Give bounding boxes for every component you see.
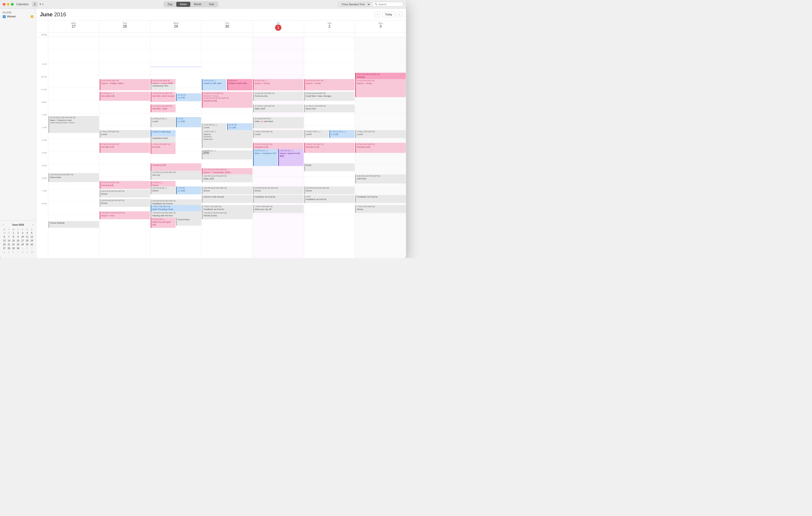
mini-cal-day[interactable]: 17 bbox=[21, 239, 25, 242]
event-housekeeping-mon[interactable]: House keeping bbox=[49, 221, 99, 228]
event-dinner-wed[interactable]: 5:30 PM (5:30...) Dinner bbox=[151, 186, 175, 194]
event-video-brett[interactable]: 12 PM (8 PM PDT) Video 🌸 with Brett bbox=[253, 117, 303, 128]
event-show-guts[interactable]: 8 PM (8 PM...) Show me your guts [All] bbox=[151, 218, 175, 228]
event-feedback-sat[interactable]: 6 PM Feedback via Post-its bbox=[304, 195, 355, 203]
mini-cal-day[interactable]: 10 bbox=[30, 250, 34, 254]
mini-cal-day[interactable]: 6 bbox=[2, 235, 6, 239]
upload-area[interactable]: ⬆ 4 bbox=[39, 3, 44, 6]
add-calendar-button[interactable]: + bbox=[32, 2, 37, 7]
event-lunch-wed[interactable]: 12 PM (12 PM...) Lunch bbox=[151, 117, 175, 127]
event-dinner-fri[interactable]: 5:30 PM (5:30 PM GMT+8) Dinner bbox=[253, 186, 303, 194]
mini-cal-day[interactable]: 30 bbox=[2, 231, 6, 235]
mini-cal-day[interactable]: 7 bbox=[7, 235, 11, 239]
event-1on1-sat[interactable]: 1 PM (1 PM G...) 1:1 [All] bbox=[329, 130, 354, 138]
event-improv-group-fri[interactable]: 9 AM (9 AM...) Improv + Group bbox=[253, 79, 303, 90]
today-button[interactable]: Today bbox=[382, 12, 395, 17]
mini-cal-day[interactable]: 30 bbox=[16, 247, 20, 250]
mini-cal-day[interactable]: 18 bbox=[25, 239, 29, 242]
event-dinner-thu-530[interactable]: 5:30 PM (5:30 PM GMT+8) Dinner bbox=[202, 186, 252, 194]
event-1on1-all-1015[interactable]: 10:15 AM 1:1 [All] bbox=[176, 93, 201, 101]
event-small-bets[interactable]: 10 AM (10 AM GMT+8) Small Bets / team ch… bbox=[304, 92, 355, 101]
mini-cal-day[interactable]: 1 bbox=[21, 247, 25, 250]
mini-cal-day[interactable]: 3 bbox=[30, 247, 34, 250]
event-meet-transit[interactable]: 12:30 PM (12:30 PM GMT+8) Meet + Transit… bbox=[49, 116, 99, 133]
event-lunch-sun[interactable]: 1 PM (1 PM GMT+8) Lunch bbox=[355, 130, 406, 138]
event-scheduling-time[interactable]: Scheduling Time bbox=[151, 84, 175, 90]
event-dinner-tue-545[interactable]: 5:45 PM (5:45 PM GMT+8) Dinner bbox=[100, 190, 150, 198]
mini-cal-day[interactable]: 7 bbox=[16, 250, 20, 254]
event-letgo[interactable]: 2:30 PM (2:3...) Let Go bbox=[202, 149, 253, 158]
mini-cal-day[interactable]: 14 bbox=[7, 239, 11, 242]
mini-cal-day[interactable]: 2 bbox=[16, 231, 20, 235]
event-dinner-tue-630[interactable]: 6:30 PM (6:30 PM GMT+8) Dinner bbox=[100, 199, 150, 207]
event-pecha-kucha-fri[interactable]: 10 AM (10 AM GMT+8) Pecha Kucha bbox=[253, 92, 303, 101]
search-input[interactable] bbox=[379, 3, 401, 6]
event-mini-blitz-word[interactable]: 10 AM (10 AM GMT+8) Mini blitz: Word Sma… bbox=[151, 92, 175, 102]
event-housekeep-wed[interactable]: House keep... bbox=[176, 218, 201, 225]
event-improv-group-sun[interactable]: 9 AM (9 AM GMT+8) Improv + Group bbox=[355, 79, 406, 97]
mini-cal-day[interactable]: 5 bbox=[7, 250, 11, 254]
mini-cal-day[interactable]: 23 bbox=[16, 243, 20, 246]
event-make-stuff-fri[interactable]: 11 AM (11 AM GMT+8) Make Stuff bbox=[253, 104, 303, 112]
event-checkin-john-pink[interactable]: 9 AM (9 A... Check in with John bbox=[227, 79, 252, 90]
mini-cal-day[interactable]: 12 bbox=[30, 235, 34, 239]
event-storytime-sat[interactable]: 2 PM (2 PM GMT+8) Storytime [All] bbox=[304, 143, 355, 153]
event-mini-blitz-video[interactable]: 11 AM (11 AM GMT+8) Mini blitz: Video bbox=[151, 104, 175, 112]
event-inspiration-deck[interactable]: Inspiration Deck bbox=[151, 136, 175, 143]
event-river-announce[interactable]: 2:45 PM (2:4...) River + Announce 7/4+ bbox=[253, 149, 278, 166]
mini-cal-day[interactable]: 6 bbox=[11, 250, 16, 254]
event-lunch-fri[interactable]: 1 PM (1 PM GMT+8) Lunch bbox=[253, 130, 303, 138]
event-mini-blitz-all[interactable]: 2 PM (2 PM GMT+8) Mini Blitz [All] bbox=[100, 143, 150, 153]
event-improv-hidden[interactable]: 9 AM (9 AM GMT+8) Improv + Hidden Talent bbox=[100, 79, 150, 90]
mini-cal-day[interactable]: 31 bbox=[7, 231, 11, 235]
event-checkin-nomad[interactable]: Check in with Nomad bbox=[202, 195, 252, 203]
event-improv-group-sat[interactable]: 9 AM (9 AM GMT+8) Improv + Group bbox=[304, 79, 355, 90]
event-intro-blitz[interactable]: 10 AM (10 A...) Intro Blitz [All] bbox=[100, 92, 150, 101]
event-petcha-kucha-thu[interactable]: 7:30 PM (7:30 PM GMT+8) Petcha Kucha bbox=[202, 211, 252, 219]
mini-cal-day[interactable]: 27 bbox=[2, 247, 6, 250]
mini-cal-day[interactable]: 8 bbox=[21, 250, 25, 254]
year-view-button[interactable]: Year bbox=[205, 2, 218, 7]
minimize-button[interactable] bbox=[7, 3, 9, 6]
mini-cal-day[interactable]: 21 bbox=[7, 243, 11, 246]
event-1on1-530-wed[interactable]: 5:30 PM 1:1 [All] bbox=[176, 186, 201, 194]
event-checkin-john[interactable]: 9 AM (9 AM...) Check in with John bbox=[202, 79, 227, 90]
month-view-button[interactable]: Month bbox=[190, 2, 205, 7]
mini-prev-button[interactable]: ‹ bbox=[3, 223, 4, 226]
mini-cal-day[interactable]: 29 bbox=[11, 247, 16, 250]
event-get-out[interactable]: 4:15 PM (4:15 PM GMT+8) Get Out bbox=[151, 171, 201, 180]
event-share-back-mon[interactable]: 4:30 PM (4:30 PM GMT+8) Share back bbox=[49, 173, 99, 182]
prev-week-button[interactable]: ‹ bbox=[375, 12, 380, 17]
event-dance-uptown[interactable]: 2:45 PM (2:4...) Dance: Uptown Funk [Bil… bbox=[278, 149, 303, 166]
event-make-stuff-thu[interactable]: 4:45 PM (4:45 PM GMT+8) Make Stuff bbox=[202, 175, 252, 182]
weiwei-checkbox[interactable]: ✓ bbox=[3, 15, 6, 18]
mini-cal-day[interactable]: 24 bbox=[21, 243, 25, 246]
mini-cal-day[interactable]: 10 bbox=[21, 235, 25, 239]
event-move-fast[interactable]: 11 AM (11 AM GMT+8) Move Fast bbox=[304, 104, 355, 112]
mini-cal-day[interactable]: 2 bbox=[25, 247, 29, 250]
mini-cal-day[interactable]: 26 bbox=[30, 243, 34, 246]
mini-cal-day[interactable]: 20 bbox=[2, 243, 6, 246]
mini-next-button[interactable]: › bbox=[32, 223, 33, 226]
event-dinner-sun[interactable]: 7 PM (7 PM GMT+8) Dinner bbox=[355, 205, 406, 213]
mini-cal-day[interactable]: 4 bbox=[25, 231, 29, 235]
maximize-button[interactable] bbox=[11, 3, 13, 6]
mini-cal-day[interactable]: 25 bbox=[25, 243, 29, 246]
mini-cal-day[interactable]: 9 bbox=[16, 235, 20, 239]
mini-cal-day[interactable]: 19 bbox=[30, 239, 34, 242]
event-feedback-fri[interactable]: Feedback via Post-its bbox=[253, 195, 303, 203]
mini-cal-day[interactable]: 9 bbox=[25, 250, 29, 254]
mini-cal-day[interactable]: 8 bbox=[11, 235, 16, 239]
mini-cal-day[interactable]: 13 bbox=[2, 239, 6, 242]
event-dinner-sat[interactable]: 5:30 PM (5:30 PM GMT+8) Dinner bbox=[304, 186, 355, 194]
event-1on1-all-noon[interactable]: 12 PM 1:1 [All] bbox=[176, 117, 201, 127]
event-be-bold[interactable]: 2 PM (2 PM GMT+8) Be Bold bbox=[151, 143, 175, 154]
event-framing-all-tue[interactable]: 5 PM (5 PM GMT+8) Framing [All] bbox=[100, 181, 150, 189]
event-feedback-sun[interactable]: Feedback via Post-its bbox=[355, 195, 406, 203]
mini-cal-day[interactable]: 11 bbox=[25, 235, 29, 239]
event-improv-intro[interactable]: 7:30 PM (7:30 PM GMT+8) Improv + Intro bbox=[100, 211, 150, 219]
event-storytime-thu[interactable]: 10:30 AM (10:30 AM GMT+8) Storytime [All… bbox=[202, 96, 252, 108]
mini-cal-day[interactable]: 15 bbox=[11, 239, 16, 242]
event-work-ass-off[interactable]: 7 PM (7 PM GMT+8) Work your ass off bbox=[253, 205, 303, 213]
event-lunch-tue[interactable]: 1 PM (1 PM GMT+8) Lunch bbox=[100, 130, 150, 138]
